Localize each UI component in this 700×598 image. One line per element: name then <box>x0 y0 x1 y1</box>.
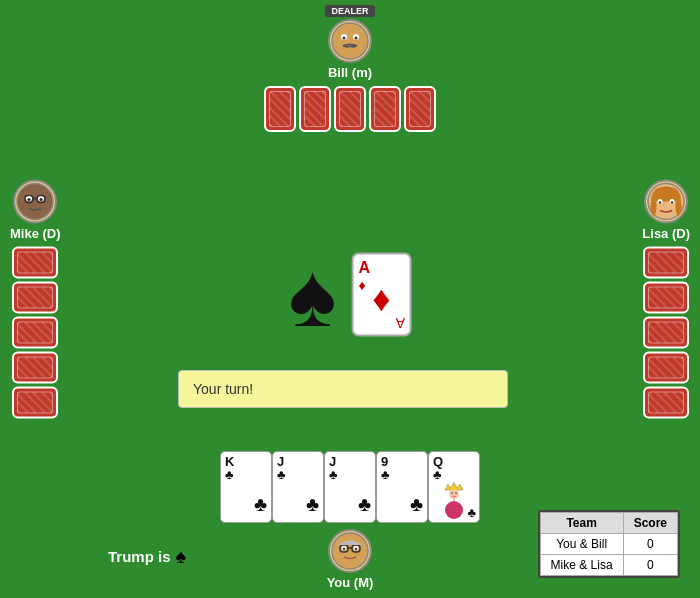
card-back <box>264 86 296 132</box>
svg-point-0 <box>332 23 368 59</box>
svg-point-20 <box>451 492 453 494</box>
ace-rank-bottom: A <box>396 315 405 331</box>
lisa-cards <box>643 247 689 419</box>
player-mike: Mike (D) <box>10 180 61 419</box>
lisa-name: Lisa (D) <box>642 226 690 241</box>
card-back <box>334 86 366 132</box>
svg-point-3 <box>343 37 346 40</box>
ace-rank: A <box>358 259 370 277</box>
trump-label: Trump is <box>108 548 171 565</box>
card-back <box>369 86 401 132</box>
avatar-lisa <box>644 180 688 224</box>
trump-indicator: Trump is ♠ <box>108 545 186 568</box>
svg-point-4 <box>355 37 358 40</box>
card-suit-bottom: ♣ <box>467 505 476 520</box>
dealer-badge: DEALER <box>325 5 374 17</box>
card-back <box>643 317 689 349</box>
hand-cards: K ♣ ♣ J ♣ ♣ J ♣ ♣ 9 ♣ ♣ <box>220 451 480 523</box>
score-header-score: Score <box>623 513 677 534</box>
score-row-you-bill: You & Bill 0 <box>540 534 677 555</box>
score-row-mike-lisa: Mike & Lisa 0 <box>540 555 677 576</box>
game-table: DEALER Bill (m) <box>0 0 700 598</box>
svg-point-22 <box>445 501 463 519</box>
svg-point-16 <box>659 201 661 203</box>
svg-point-8 <box>28 198 31 201</box>
score-header-team: Team <box>540 513 623 534</box>
svg-point-28 <box>355 548 357 550</box>
card-suit: ♣ <box>329 468 338 481</box>
svg-point-24 <box>332 533 368 569</box>
card-suit-center: ♣ <box>306 493 319 516</box>
card-suit-center: ♣ <box>254 493 267 516</box>
svg-point-9 <box>40 198 43 201</box>
team-mike-lisa: Mike & Lisa <box>540 555 623 576</box>
mike-cards <box>12 247 58 419</box>
score-table: Team Score You & Bill 0 Mike & Lisa 0 <box>538 510 680 578</box>
queen-figure <box>439 478 469 520</box>
card-back <box>643 387 689 419</box>
spade-icon: ♠ <box>289 250 337 340</box>
avatar-bill <box>328 19 372 63</box>
card-back <box>404 86 436 132</box>
card-suit-center: ♣ <box>358 493 371 516</box>
card-back <box>299 86 331 132</box>
svg-marker-18 <box>445 482 463 490</box>
mike-name: Mike (D) <box>10 226 61 241</box>
your-turn-message: Your turn! <box>178 370 508 408</box>
ace-suit-top: ♦ <box>358 277 365 293</box>
card-back <box>12 317 58 349</box>
svg-point-5 <box>17 184 53 220</box>
center-area: ♠ A ♦ ♦ A <box>289 250 412 340</box>
svg-point-17 <box>671 201 673 203</box>
card-suit: ♣ <box>277 468 286 481</box>
trump-suit: ♠ <box>176 545 187 568</box>
card-back <box>643 352 689 384</box>
score-mike-lisa: 0 <box>623 555 677 576</box>
svg-point-19 <box>449 489 459 499</box>
ace-suit-big: ♦ <box>372 278 390 320</box>
you-name: You (M) <box>327 575 374 590</box>
card-back <box>643 282 689 314</box>
avatar-mike <box>13 180 57 224</box>
svg-point-21 <box>455 492 457 494</box>
card-back <box>12 247 58 279</box>
bill-cards <box>264 86 436 132</box>
card-back <box>12 282 58 314</box>
card-J-clubs-1[interactable]: J ♣ ♣ <box>272 451 324 523</box>
card-back <box>12 352 58 384</box>
card-9-clubs[interactable]: 9 ♣ ♣ <box>376 451 428 523</box>
card-J-clubs-2[interactable]: J ♣ ♣ <box>324 451 376 523</box>
card-K-clubs[interactable]: K ♣ ♣ <box>220 451 272 523</box>
player-lisa: Lisa (D) <box>642 180 690 419</box>
card-back <box>12 387 58 419</box>
card-Q-clubs[interactable]: Q ♣ ♣ <box>428 451 480 523</box>
score-you-bill: 0 <box>623 534 677 555</box>
card-suit: ♣ <box>225 468 234 481</box>
avatar-you <box>328 529 372 573</box>
ace-of-diamonds: A ♦ ♦ A <box>351 253 411 337</box>
card-suit-center: ♣ <box>410 493 423 516</box>
team-you-bill: You & Bill <box>540 534 623 555</box>
svg-point-27 <box>343 548 345 550</box>
player-you: K ♣ ♣ J ♣ ♣ J ♣ ♣ 9 ♣ ♣ <box>220 451 480 590</box>
card-back <box>643 247 689 279</box>
card-suit: ♣ <box>381 468 390 481</box>
bill-name: Bill (m) <box>328 65 372 80</box>
player-bill: DEALER Bill (m) <box>264 5 436 132</box>
